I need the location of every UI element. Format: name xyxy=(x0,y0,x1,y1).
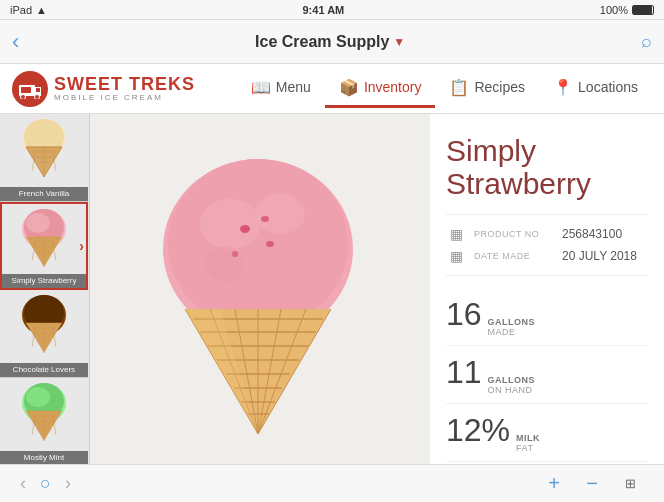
remove-button[interactable]: − xyxy=(578,470,606,498)
tab-menu[interactable]: 📖 Menu xyxy=(237,70,325,108)
product-name: SimplyStrawberry xyxy=(446,134,648,200)
svg-rect-5 xyxy=(36,88,40,92)
product-no-label: PRODUCT NO xyxy=(474,229,554,239)
svg-point-55 xyxy=(266,241,274,247)
active-chevron-icon: › xyxy=(79,238,84,254)
nav-back-button[interactable]: ‹ xyxy=(20,473,26,494)
back-button[interactable]: ‹ xyxy=(12,29,19,55)
recipes-icon: 📋 xyxy=(449,78,469,97)
logo-area: SWEET TREKS MOBILE ICE CREAM xyxy=(12,71,212,107)
nav-forward-button[interactable]: › xyxy=(65,473,71,494)
cone-svg-simply-strawberry xyxy=(14,207,74,272)
sidebar-item-chocolate-lovers[interactable]: Chocolate Lovers xyxy=(0,290,88,378)
tab-recipes[interactable]: 📋 Recipes xyxy=(435,70,539,108)
svg-point-53 xyxy=(205,246,245,282)
battery-percent: 100% xyxy=(600,4,628,16)
svg-point-50 xyxy=(168,159,348,329)
svg-point-3 xyxy=(35,94,40,99)
app-subtitle: MOBILE ICE CREAM xyxy=(54,93,195,102)
sidebar-item-mostly-mint[interactable]: Mostly Mint xyxy=(0,378,88,464)
sidebar-label-mostly-mint: Mostly Mint xyxy=(0,451,88,464)
svg-point-57 xyxy=(261,216,269,222)
adjust-icon[interactable]: ⊞ xyxy=(616,470,644,498)
sidebar-label-chocolate-lovers: Chocolate Lovers xyxy=(0,363,88,377)
thumbnail-mostly-mint xyxy=(0,378,88,448)
logo-icon xyxy=(12,71,48,107)
sidebar-item-french-vanilla[interactable]: French Vanilla xyxy=(0,114,88,202)
calendar-icon: ▦ xyxy=(446,248,466,264)
stat-gallons-made: 16 GALLONS MADE xyxy=(446,288,648,346)
svg-point-56 xyxy=(232,251,238,257)
tab-inventory[interactable]: 📦 Inventory xyxy=(325,70,436,108)
bottom-bar: ‹ ○ › + − ⊞ xyxy=(0,464,664,502)
product-no-row: ▦ PRODUCT NO 256843100 xyxy=(446,223,648,245)
svg-point-2 xyxy=(21,94,26,99)
milk-fat-label-top: MILK xyxy=(516,433,540,443)
truck-icon xyxy=(18,79,42,99)
stat-total-value: $234.68 TOTAL VALUE xyxy=(446,462,648,464)
logo-text: SWEET TREKS MOBILE ICE CREAM xyxy=(54,75,195,102)
svg-rect-4 xyxy=(21,87,31,93)
cone-svg-chocolate-lovers xyxy=(14,293,74,358)
status-bar: iPad ▲ 9:41 AM 100% xyxy=(0,0,664,20)
add-button[interactable]: + xyxy=(540,470,568,498)
sidebar-label-simply-strawberry: Simply Strawberry xyxy=(2,274,86,288)
thumbnail-simply-strawberry xyxy=(2,204,86,274)
main-content: French Vanilla Simply Str xyxy=(0,114,664,464)
app-title: SWEET TREKS xyxy=(54,75,195,93)
product-details: SimplyStrawberry ▦ PRODUCT NO 256843100 … xyxy=(430,114,664,464)
nav-home-button[interactable]: ○ xyxy=(40,473,51,494)
barcode-icon: ▦ xyxy=(446,226,466,242)
date-made-row: ▦ DATE MADE 20 JULY 2018 xyxy=(446,245,648,267)
stat-milk-fat: 12% MILK FAT xyxy=(446,404,648,462)
svg-point-54 xyxy=(240,225,250,233)
locations-icon: 📍 xyxy=(553,78,573,97)
svg-point-19 xyxy=(26,213,50,233)
gallons-hand-label-block: GALLONS ON HAND xyxy=(488,375,536,395)
bottom-actions: + − ⊞ xyxy=(540,470,644,498)
milk-fat-number: 12% xyxy=(446,412,510,449)
app-header: SWEET TREKS MOBILE ICE CREAM 📖 Menu 📦 In… xyxy=(0,64,664,114)
bottom-nav: ‹ ○ › xyxy=(20,473,71,494)
sidebar-item-simply-strawberry[interactable]: Simply Strawberry › xyxy=(0,202,88,290)
date-made-value: 20 JULY 2018 xyxy=(562,249,637,263)
tab-locations[interactable]: 📍 Locations xyxy=(539,70,652,108)
dropdown-chevron-icon[interactable]: ▼ xyxy=(393,35,405,49)
thumbnail-chocolate-lovers xyxy=(0,290,88,360)
milk-fat-label-bot: FAT xyxy=(516,443,540,453)
product-image-simply-strawberry xyxy=(110,134,410,444)
date-made-label: DATE MADE xyxy=(474,251,554,261)
gallons-made-number: 16 xyxy=(446,296,482,333)
inventory-icon: 📦 xyxy=(339,78,359,97)
sidebar-label-french-vanilla: French Vanilla xyxy=(0,187,88,201)
svg-point-51 xyxy=(200,199,260,249)
gallons-made-label-bot: MADE xyxy=(488,327,536,337)
product-no-value: 256843100 xyxy=(562,227,622,241)
status-left: iPad ▲ xyxy=(10,4,47,16)
tab-menu-label: Menu xyxy=(276,79,311,95)
nav-bar: ‹ Ice Cream Supply ▼ ⌕ xyxy=(0,20,664,64)
product-meta: ▦ PRODUCT NO 256843100 ▦ DATE MADE 20 JU… xyxy=(446,214,648,276)
thumbnail-french-vanilla xyxy=(0,114,88,184)
status-time: 9:41 AM xyxy=(303,4,345,16)
status-right: 100% xyxy=(600,4,654,16)
gallons-hand-label-top: GALLONS xyxy=(488,375,536,385)
cone-svg-french-vanilla xyxy=(14,117,74,182)
search-icon[interactable]: ⌕ xyxy=(641,31,652,52)
stat-gallons-hand: 11 GALLONS ON HAND xyxy=(446,346,648,404)
gallons-hand-label-bot: ON HAND xyxy=(488,385,536,395)
wifi-icon: ▲ xyxy=(36,4,47,16)
svg-point-52 xyxy=(255,194,305,234)
milk-fat-label-block: MILK FAT xyxy=(516,433,540,453)
carrier-label: iPad xyxy=(10,4,32,16)
battery-icon xyxy=(632,5,654,15)
nav-title-text: Ice Cream Supply xyxy=(255,33,389,51)
tab-inventory-label: Inventory xyxy=(364,79,422,95)
product-image-area xyxy=(90,114,430,464)
svg-point-40 xyxy=(26,387,50,407)
gallons-hand-number: 11 xyxy=(446,354,482,391)
cone-svg-mostly-mint xyxy=(14,381,74,446)
gallons-made-label-block: GALLONS MADE xyxy=(488,317,536,337)
gallons-made-label-top: GALLONS xyxy=(488,317,536,327)
tab-recipes-label: Recipes xyxy=(474,79,525,95)
